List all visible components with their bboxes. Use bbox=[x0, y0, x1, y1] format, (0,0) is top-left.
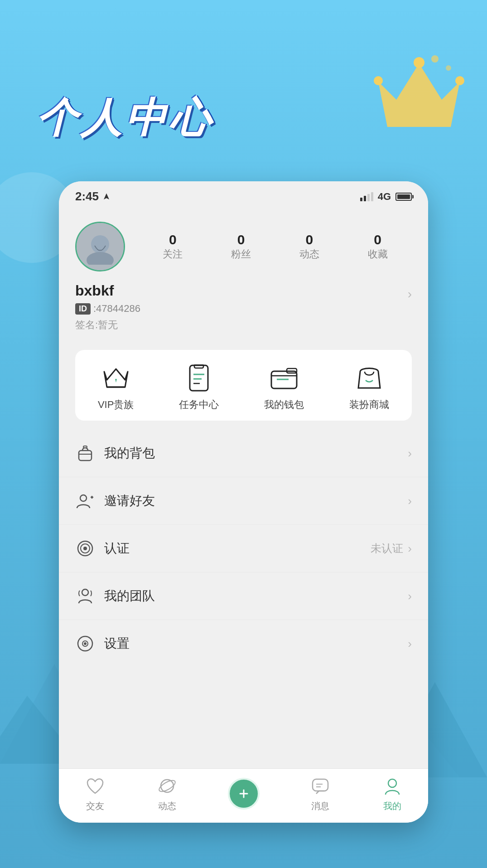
svg-rect-16 bbox=[194, 364, 203, 368]
svg-rect-23 bbox=[79, 451, 92, 461]
heart-icon bbox=[84, 775, 106, 797]
menu-team-arrow: › bbox=[408, 589, 412, 603]
task-icon bbox=[184, 364, 213, 393]
action-task[interactable]: 任务中心 bbox=[179, 364, 219, 412]
menu-backpack[interactable]: 我的背包 › bbox=[59, 430, 428, 477]
battery-icon bbox=[395, 193, 412, 201]
action-task-label: 任务中心 bbox=[179, 398, 219, 412]
stat-follow-label: 关注 bbox=[163, 248, 183, 260]
svg-point-26 bbox=[80, 495, 87, 501]
nav-center[interactable] bbox=[228, 778, 260, 810]
menu-settings-arrow: › bbox=[408, 637, 412, 651]
backpack-icon bbox=[75, 443, 95, 463]
action-shop-label: 装扮商城 bbox=[349, 398, 389, 412]
profile-chevron: › bbox=[408, 287, 412, 301]
status-bar: 2:45 4G bbox=[59, 181, 428, 208]
center-plus-button[interactable] bbox=[228, 778, 260, 810]
svg-point-35 bbox=[84, 642, 87, 645]
stat-dynamic-num: 0 bbox=[299, 232, 319, 247]
menu-verify-arrow: › bbox=[408, 542, 412, 556]
stat-collect-label: 收藏 bbox=[368, 248, 388, 260]
shop-icon bbox=[355, 364, 384, 393]
svg-rect-15 bbox=[190, 365, 208, 391]
status-4g: 4G bbox=[378, 191, 391, 203]
nav-my-label: 我的 bbox=[383, 800, 401, 812]
svg-point-32 bbox=[82, 589, 88, 596]
profile-details: bxbkf ID :47844286 签名:暂无 bbox=[75, 282, 140, 332]
action-vip-label: VIP贵族 bbox=[98, 398, 134, 412]
stats-row: 0 关注 0 粉丝 0 动态 0 收藏 bbox=[139, 232, 412, 261]
profile-bio: 签名:暂无 bbox=[75, 318, 140, 332]
menu-backpack-arrow: › bbox=[408, 446, 412, 461]
status-time: 2:45 bbox=[75, 189, 99, 204]
phone-mockup: 2:45 4G bbox=[59, 181, 428, 823]
profile-info[interactable]: bxbkf ID :47844286 签名:暂无 › bbox=[75, 282, 412, 332]
action-vip[interactable]: VIP贵族 bbox=[98, 364, 134, 412]
svg-marker-12 bbox=[104, 369, 128, 387]
action-wallet-label: 我的钱包 bbox=[264, 398, 304, 412]
menu-section: 我的背包 › 邀请好友 › bbox=[59, 430, 428, 667]
menu-backpack-label: 我的背包 bbox=[104, 445, 408, 462]
menu-invite[interactable]: 邀请好友 › bbox=[59, 477, 428, 525]
avatar[interactable] bbox=[75, 222, 125, 272]
stat-dynamic-label: 动态 bbox=[299, 248, 319, 260]
nav-friends-label: 交友 bbox=[86, 800, 104, 812]
nav-message-label: 消息 bbox=[311, 800, 329, 812]
svg-point-31 bbox=[83, 547, 87, 550]
bottom-nav: 交友 动态 bbox=[59, 768, 428, 823]
svg-point-11 bbox=[87, 252, 114, 265]
wallet-icon bbox=[270, 364, 299, 393]
nav-friends[interactable]: 交友 bbox=[84, 775, 106, 812]
avatar-image bbox=[77, 223, 124, 270]
nav-dynamic[interactable]: 动态 bbox=[156, 775, 178, 812]
profile-name: bxbkf bbox=[75, 282, 140, 299]
profile-section: 0 关注 0 粉丝 0 动态 0 收藏 bbox=[59, 208, 428, 341]
svg-point-44 bbox=[388, 779, 396, 787]
settings-icon bbox=[75, 634, 95, 654]
nav-message[interactable]: 消息 bbox=[309, 775, 332, 812]
svg-rect-24 bbox=[83, 446, 87, 448]
phone-content[interactable]: 0 关注 0 粉丝 0 动态 0 收藏 bbox=[59, 208, 428, 822]
team-icon bbox=[75, 586, 95, 606]
menu-verify-label: 认证 bbox=[104, 540, 371, 557]
menu-team[interactable]: 我的团队 › bbox=[59, 572, 428, 620]
signal-bars bbox=[360, 192, 373, 201]
profile-top: 0 关注 0 粉丝 0 动态 0 收藏 bbox=[75, 222, 412, 272]
svg-point-3 bbox=[374, 76, 383, 85]
svg-point-1 bbox=[414, 57, 424, 68]
planet-icon bbox=[156, 775, 178, 797]
action-wallet[interactable]: 我的钱包 bbox=[264, 364, 304, 412]
stat-follow-num: 0 bbox=[163, 232, 183, 247]
svg-marker-13 bbox=[115, 379, 117, 383]
stat-follow[interactable]: 0 关注 bbox=[163, 232, 183, 261]
menu-verify-sub: 未认证 bbox=[371, 541, 403, 556]
stat-dynamic[interactable]: 0 动态 bbox=[299, 232, 319, 261]
menu-invite-arrow: › bbox=[408, 494, 412, 508]
battery-fill bbox=[397, 194, 410, 199]
action-shop[interactable]: 装扮商城 bbox=[349, 364, 389, 412]
stat-fans-label: 粉丝 bbox=[231, 248, 251, 260]
nav-dynamic-label: 动态 bbox=[158, 800, 176, 812]
nav-my[interactable]: 我的 bbox=[381, 775, 404, 812]
id-number: :47844286 bbox=[93, 303, 140, 315]
menu-verify[interactable]: 认证 未认证 › bbox=[59, 525, 428, 572]
svg-point-2 bbox=[455, 76, 464, 85]
stat-fans[interactable]: 0 粉丝 bbox=[231, 232, 251, 261]
svg-point-5 bbox=[446, 65, 451, 71]
menu-settings-label: 设置 bbox=[104, 635, 408, 652]
menu-team-label: 我的团队 bbox=[104, 587, 408, 605]
menu-settings[interactable]: 设置 › bbox=[59, 620, 428, 667]
invite-icon bbox=[75, 491, 95, 511]
navigation-icon bbox=[102, 193, 111, 201]
stat-fans-num: 0 bbox=[231, 232, 251, 247]
stat-collect[interactable]: 0 收藏 bbox=[368, 232, 388, 261]
svg-marker-0 bbox=[378, 63, 460, 127]
menu-invite-label: 邀请好友 bbox=[104, 492, 408, 509]
crown-decoration bbox=[369, 54, 469, 136]
profile-id-row: ID :47844286 bbox=[75, 303, 140, 315]
chat-icon bbox=[309, 775, 332, 797]
verify-icon bbox=[75, 538, 95, 558]
page-title: 个人中心 bbox=[36, 91, 214, 146]
svg-rect-41 bbox=[313, 779, 328, 791]
my-icon bbox=[381, 775, 404, 797]
